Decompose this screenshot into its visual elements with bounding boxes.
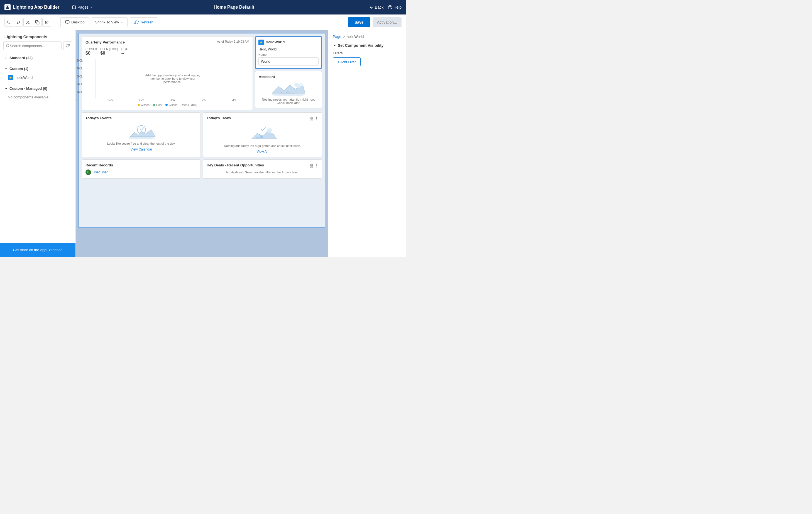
standard-section-header[interactable]: Standard (22)	[0, 54, 76, 62]
svg-rect-20	[312, 119, 313, 120]
svg-point-32	[316, 166, 317, 166]
svg-rect-25	[260, 135, 263, 138]
deals-body-text: No deals yet. Select another filter or c…	[207, 170, 318, 174]
chart-legend: Closed Goal Closed + Open (+70%)	[86, 103, 249, 107]
recent-record-item[interactable]: U User User	[86, 169, 197, 175]
shrink-view-button[interactable]: Shrink To View	[92, 17, 128, 27]
appexchange-banner[interactable]: Get more on the AppExchange	[0, 243, 76, 257]
deals-grid-icon[interactable]	[309, 164, 313, 168]
custom-section-header[interactable]: Custom (1)	[0, 64, 76, 73]
canvas-bot-row: Recent Records U User User Key Deals - R…	[82, 159, 322, 179]
toolbar-separator	[56, 18, 56, 27]
assistant-title: Assistant	[259, 75, 318, 79]
custom-section-label: Custom (1)	[9, 66, 28, 71]
activation-button[interactable]: Activation...	[373, 17, 402, 27]
top-nav: Lightning App Builder Pages Home Page De…	[0, 0, 406, 15]
refresh-button[interactable]: Refresh	[130, 17, 158, 27]
svg-rect-27	[310, 164, 311, 165]
svg-rect-4	[8, 7, 9, 8]
set-visibility-section: Set Component Visibility	[333, 43, 402, 48]
page-title: Home Page Default	[98, 5, 369, 10]
perf-card-header: Quarterly Performance As of Today 9:19:0…	[86, 40, 249, 46]
perf-stats: CLOSED $0 OPEN (+70%) $0 GOAL --	[86, 48, 249, 56]
copy-button[interactable]	[33, 18, 42, 27]
chevron-down-icon	[333, 44, 337, 47]
hw-card-avatar: ⚡	[258, 39, 264, 45]
deals-header: Key Deals - Recent Opportunities	[207, 163, 318, 168]
perf-goal: GOAL --	[121, 48, 129, 56]
sidebar-title: Lightning Components	[0, 30, 76, 41]
tasks-link[interactable]: View All	[207, 150, 318, 154]
chart-area: Add the opportunities you're working on,…	[95, 59, 249, 98]
custom-managed-section-header[interactable]: Custom - Managed (0)	[0, 84, 76, 93]
deals-more-icon[interactable]	[314, 164, 318, 168]
perf-closed: CLOSED $0	[86, 48, 97, 56]
top-nav-actions: Back Help	[369, 5, 402, 9]
assistant-card: Assistant	[255, 71, 322, 108]
canvas-mid-row: Today's Events Looks like you're free an…	[82, 112, 322, 157]
hello-name-value: World	[258, 57, 319, 65]
svg-rect-28	[312, 164, 313, 165]
assistant-message: Nothing needs your attention right now. …	[259, 98, 318, 105]
svg-point-23	[316, 119, 317, 120]
custom-managed-section: Custom - Managed (0) No components avail…	[0, 84, 76, 104]
svg-point-22	[316, 118, 317, 119]
delete-button[interactable]	[42, 18, 51, 27]
left-sidebar: Lightning Components Standard (22) Custo…	[0, 30, 76, 257]
svg-point-21	[316, 117, 317, 118]
search-input-wrap[interactable]	[3, 41, 61, 50]
recent-records-title: Recent Records	[86, 163, 197, 167]
deals-title: Key Deals - Recent Opportunities	[207, 163, 264, 167]
chart-placeholder: Add the opportunities you're working on,…	[145, 74, 201, 84]
svg-point-13	[299, 83, 303, 86]
perf-card-meta: As of Today 9:19:03 AM	[217, 40, 249, 43]
add-filter-button[interactable]: + Add Filter	[333, 57, 360, 66]
svg-rect-0	[6, 6, 9, 9]
breadcrumb-page[interactable]: Page	[333, 34, 341, 39]
svg-rect-3	[6, 7, 7, 8]
pages-nav[interactable]: Pages	[66, 5, 98, 9]
cut-button[interactable]	[23, 18, 32, 27]
recent-records-card: Recent Records U User User	[82, 159, 201, 179]
search-refresh-button[interactable]	[63, 41, 72, 50]
search-row	[0, 41, 76, 54]
svg-rect-17	[310, 117, 311, 118]
tasks-more-icon[interactable]	[314, 117, 318, 121]
right-sidebar: Page > helloWorld Set Component Visibili…	[328, 30, 406, 257]
right-column: ⚡ HelloWorld Hello, World! Name World As…	[255, 36, 322, 110]
brand-icon	[4, 4, 10, 10]
help-button[interactable]: Help	[388, 5, 402, 9]
filters-label: Filters	[333, 51, 402, 55]
events-title: Today's Events	[86, 116, 197, 120]
canvas-top-row: Quarterly Performance As of Today 9:19:0…	[82, 36, 322, 110]
custom-managed-label: Custom - Managed (0)	[9, 86, 47, 90]
helloworld-card: ⚡ HelloWorld Hello, World! Name World	[255, 36, 322, 69]
recent-record-avatar: U	[86, 169, 91, 175]
desktop-button[interactable]: Desktop	[60, 17, 89, 27]
perf-card-title: Quarterly Performance	[86, 40, 125, 44]
search-input[interactable]	[10, 44, 59, 48]
redo-button[interactable]	[14, 18, 23, 27]
svg-point-14	[294, 83, 298, 87]
hello-name-label: Name	[258, 53, 319, 56]
svg-point-10	[6, 44, 9, 47]
tasks-action-icons	[309, 117, 318, 121]
brand-label: Lightning App Builder	[13, 5, 59, 10]
events-body-text: Looks like you're free and clear the res…	[86, 142, 197, 145]
helloworld-component[interactable]: ⚡ helloWorld	[0, 73, 76, 82]
helloworld-label: helloWorld	[16, 76, 33, 80]
tasks-grid-icon[interactable]	[309, 117, 313, 121]
undo-button[interactable]	[4, 18, 13, 27]
events-link[interactable]: View Calendar	[86, 147, 197, 151]
back-button[interactable]: Back	[369, 5, 383, 9]
tasks-header: Today's Tasks	[207, 116, 318, 121]
svg-rect-2	[8, 6, 9, 7]
brand: Lightning App Builder	[4, 4, 66, 10]
svg-point-31	[316, 164, 317, 165]
breadcrumb-separator: >	[343, 34, 345, 39]
deals-action-icons	[309, 164, 318, 168]
svg-rect-8	[37, 22, 39, 24]
save-button[interactable]: Save	[348, 17, 370, 27]
svg-point-33	[316, 167, 317, 167]
hello-greeting: Hello, World!	[258, 47, 319, 51]
